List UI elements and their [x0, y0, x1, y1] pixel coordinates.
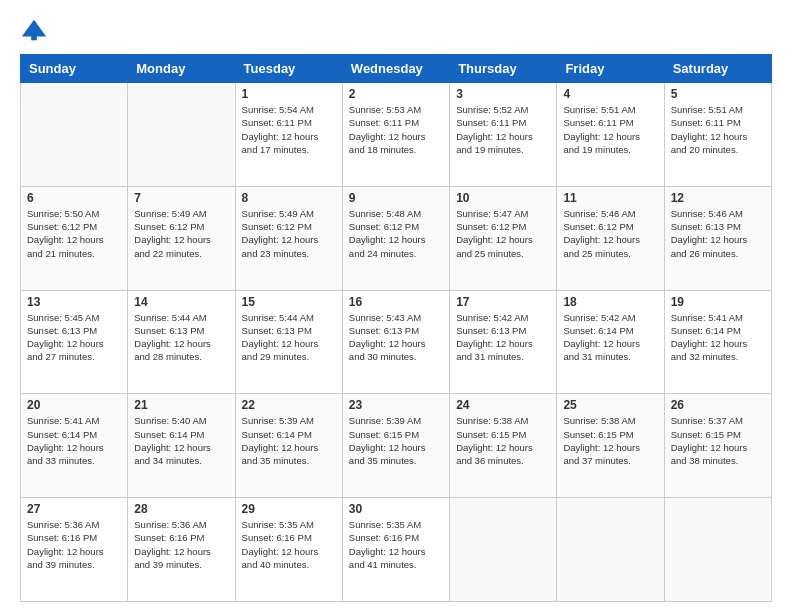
day-info: Sunrise: 5:45 AM Sunset: 6:13 PM Dayligh… — [27, 311, 121, 364]
day-number: 12 — [671, 191, 765, 205]
day-number: 28 — [134, 502, 228, 516]
day-info: Sunrise: 5:36 AM Sunset: 6:16 PM Dayligh… — [134, 518, 228, 571]
day-info: Sunrise: 5:51 AM Sunset: 6:11 PM Dayligh… — [671, 103, 765, 156]
calendar-cell: 12Sunrise: 5:46 AM Sunset: 6:13 PM Dayli… — [664, 186, 771, 290]
day-number: 18 — [563, 295, 657, 309]
day-number: 24 — [456, 398, 550, 412]
day-number: 26 — [671, 398, 765, 412]
day-info: Sunrise: 5:44 AM Sunset: 6:13 PM Dayligh… — [134, 311, 228, 364]
day-number: 15 — [242, 295, 336, 309]
calendar-week-row: 27Sunrise: 5:36 AM Sunset: 6:16 PM Dayli… — [21, 498, 772, 602]
day-number: 22 — [242, 398, 336, 412]
weekday-header: Tuesday — [235, 55, 342, 83]
calendar-cell: 25Sunrise: 5:38 AM Sunset: 6:15 PM Dayli… — [557, 394, 664, 498]
calendar-cell: 20Sunrise: 5:41 AM Sunset: 6:14 PM Dayli… — [21, 394, 128, 498]
calendar-cell: 9Sunrise: 5:48 AM Sunset: 6:12 PM Daylig… — [342, 186, 449, 290]
calendar-cell: 1Sunrise: 5:54 AM Sunset: 6:11 PM Daylig… — [235, 83, 342, 187]
weekday-header: Thursday — [450, 55, 557, 83]
day-number: 30 — [349, 502, 443, 516]
day-number: 25 — [563, 398, 657, 412]
calendar-cell: 17Sunrise: 5:42 AM Sunset: 6:13 PM Dayli… — [450, 290, 557, 394]
day-number: 19 — [671, 295, 765, 309]
day-number: 13 — [27, 295, 121, 309]
day-info: Sunrise: 5:43 AM Sunset: 6:13 PM Dayligh… — [349, 311, 443, 364]
day-info: Sunrise: 5:42 AM Sunset: 6:13 PM Dayligh… — [456, 311, 550, 364]
day-number: 3 — [456, 87, 550, 101]
calendar-cell: 5Sunrise: 5:51 AM Sunset: 6:11 PM Daylig… — [664, 83, 771, 187]
day-number: 29 — [242, 502, 336, 516]
calendar-week-row: 13Sunrise: 5:45 AM Sunset: 6:13 PM Dayli… — [21, 290, 772, 394]
day-info: Sunrise: 5:50 AM Sunset: 6:12 PM Dayligh… — [27, 207, 121, 260]
day-number: 1 — [242, 87, 336, 101]
calendar-header-row: SundayMondayTuesdayWednesdayThursdayFrid… — [21, 55, 772, 83]
header — [20, 16, 772, 44]
day-number: 10 — [456, 191, 550, 205]
day-info: Sunrise: 5:49 AM Sunset: 6:12 PM Dayligh… — [242, 207, 336, 260]
logo — [20, 16, 52, 44]
day-number: 20 — [27, 398, 121, 412]
day-info: Sunrise: 5:39 AM Sunset: 6:14 PM Dayligh… — [242, 414, 336, 467]
day-info: Sunrise: 5:52 AM Sunset: 6:11 PM Dayligh… — [456, 103, 550, 156]
day-number: 14 — [134, 295, 228, 309]
calendar-cell: 18Sunrise: 5:42 AM Sunset: 6:14 PM Dayli… — [557, 290, 664, 394]
day-info: Sunrise: 5:38 AM Sunset: 6:15 PM Dayligh… — [456, 414, 550, 467]
weekday-header: Friday — [557, 55, 664, 83]
day-info: Sunrise: 5:36 AM Sunset: 6:16 PM Dayligh… — [27, 518, 121, 571]
calendar-cell: 26Sunrise: 5:37 AM Sunset: 6:15 PM Dayli… — [664, 394, 771, 498]
day-info: Sunrise: 5:47 AM Sunset: 6:12 PM Dayligh… — [456, 207, 550, 260]
weekday-header: Monday — [128, 55, 235, 83]
calendar-week-row: 1Sunrise: 5:54 AM Sunset: 6:11 PM Daylig… — [21, 83, 772, 187]
calendar-cell: 23Sunrise: 5:39 AM Sunset: 6:15 PM Dayli… — [342, 394, 449, 498]
calendar-cell: 10Sunrise: 5:47 AM Sunset: 6:12 PM Dayli… — [450, 186, 557, 290]
weekday-header: Saturday — [664, 55, 771, 83]
calendar-cell: 16Sunrise: 5:43 AM Sunset: 6:13 PM Dayli… — [342, 290, 449, 394]
calendar-cell: 8Sunrise: 5:49 AM Sunset: 6:12 PM Daylig… — [235, 186, 342, 290]
day-info: Sunrise: 5:54 AM Sunset: 6:11 PM Dayligh… — [242, 103, 336, 156]
calendar-cell: 11Sunrise: 5:46 AM Sunset: 6:12 PM Dayli… — [557, 186, 664, 290]
calendar-cell: 30Sunrise: 5:35 AM Sunset: 6:16 PM Dayli… — [342, 498, 449, 602]
day-info: Sunrise: 5:48 AM Sunset: 6:12 PM Dayligh… — [349, 207, 443, 260]
day-number: 27 — [27, 502, 121, 516]
day-number: 4 — [563, 87, 657, 101]
calendar-cell: 2Sunrise: 5:53 AM Sunset: 6:11 PM Daylig… — [342, 83, 449, 187]
day-info: Sunrise: 5:51 AM Sunset: 6:11 PM Dayligh… — [563, 103, 657, 156]
calendar-cell: 29Sunrise: 5:35 AM Sunset: 6:16 PM Dayli… — [235, 498, 342, 602]
day-number: 17 — [456, 295, 550, 309]
calendar-cell: 6Sunrise: 5:50 AM Sunset: 6:12 PM Daylig… — [21, 186, 128, 290]
calendar-cell: 15Sunrise: 5:44 AM Sunset: 6:13 PM Dayli… — [235, 290, 342, 394]
calendar-cell — [21, 83, 128, 187]
svg-rect-1 — [31, 33, 37, 40]
calendar-cell: 21Sunrise: 5:40 AM Sunset: 6:14 PM Dayli… — [128, 394, 235, 498]
calendar-cell: 24Sunrise: 5:38 AM Sunset: 6:15 PM Dayli… — [450, 394, 557, 498]
calendar-cell: 14Sunrise: 5:44 AM Sunset: 6:13 PM Dayli… — [128, 290, 235, 394]
day-number: 23 — [349, 398, 443, 412]
calendar-cell: 7Sunrise: 5:49 AM Sunset: 6:12 PM Daylig… — [128, 186, 235, 290]
day-info: Sunrise: 5:35 AM Sunset: 6:16 PM Dayligh… — [242, 518, 336, 571]
calendar-cell — [128, 83, 235, 187]
calendar-table: SundayMondayTuesdayWednesdayThursdayFrid… — [20, 54, 772, 602]
day-number: 7 — [134, 191, 228, 205]
calendar-cell: 19Sunrise: 5:41 AM Sunset: 6:14 PM Dayli… — [664, 290, 771, 394]
day-info: Sunrise: 5:40 AM Sunset: 6:14 PM Dayligh… — [134, 414, 228, 467]
calendar-cell: 22Sunrise: 5:39 AM Sunset: 6:14 PM Dayli… — [235, 394, 342, 498]
day-info: Sunrise: 5:37 AM Sunset: 6:15 PM Dayligh… — [671, 414, 765, 467]
logo-icon — [20, 16, 48, 44]
calendar-cell: 13Sunrise: 5:45 AM Sunset: 6:13 PM Dayli… — [21, 290, 128, 394]
day-info: Sunrise: 5:41 AM Sunset: 6:14 PM Dayligh… — [671, 311, 765, 364]
weekday-header: Sunday — [21, 55, 128, 83]
day-info: Sunrise: 5:46 AM Sunset: 6:13 PM Dayligh… — [671, 207, 765, 260]
day-info: Sunrise: 5:53 AM Sunset: 6:11 PM Dayligh… — [349, 103, 443, 156]
day-info: Sunrise: 5:44 AM Sunset: 6:13 PM Dayligh… — [242, 311, 336, 364]
day-info: Sunrise: 5:46 AM Sunset: 6:12 PM Dayligh… — [563, 207, 657, 260]
calendar-week-row: 6Sunrise: 5:50 AM Sunset: 6:12 PM Daylig… — [21, 186, 772, 290]
day-number: 6 — [27, 191, 121, 205]
calendar-week-row: 20Sunrise: 5:41 AM Sunset: 6:14 PM Dayli… — [21, 394, 772, 498]
day-number: 5 — [671, 87, 765, 101]
day-number: 21 — [134, 398, 228, 412]
day-info: Sunrise: 5:39 AM Sunset: 6:15 PM Dayligh… — [349, 414, 443, 467]
page: SundayMondayTuesdayWednesdayThursdayFrid… — [0, 0, 792, 612]
day-info: Sunrise: 5:41 AM Sunset: 6:14 PM Dayligh… — [27, 414, 121, 467]
day-number: 16 — [349, 295, 443, 309]
day-number: 9 — [349, 191, 443, 205]
calendar-cell: 28Sunrise: 5:36 AM Sunset: 6:16 PM Dayli… — [128, 498, 235, 602]
